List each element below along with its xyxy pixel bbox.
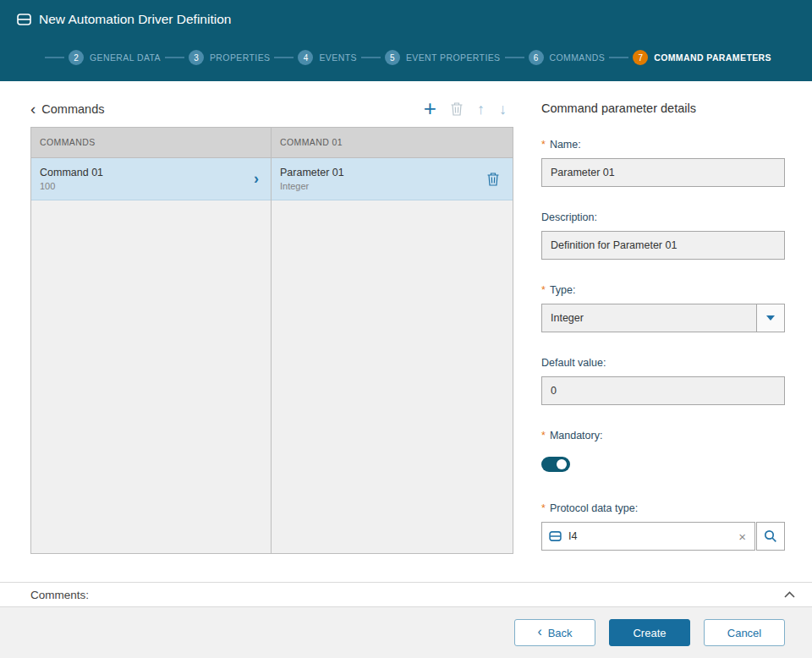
step-connector: [505, 57, 524, 58]
back-button-label: Back: [548, 627, 573, 639]
parameter-row[interactable]: Parameter 01 Integer: [272, 158, 513, 200]
description-field-group: Description:: [541, 211, 785, 260]
step-connector: [609, 57, 628, 58]
step-label: COMMANDS: [550, 52, 606, 63]
mandatory-label-text: Mandatory:: [550, 430, 603, 441]
add-button[interactable]: +: [424, 97, 436, 119]
driver-icon: [17, 14, 31, 25]
default-value-label: Default value:: [541, 357, 785, 369]
required-marker: *: [541, 502, 546, 514]
command-subtitle: 100: [40, 181, 254, 191]
toggle-knob: [557, 459, 567, 469]
step-label: EVENT PROPERTIES: [406, 52, 501, 63]
required-marker: *: [541, 139, 546, 151]
clear-icon[interactable]: ×: [737, 530, 748, 543]
name-field-group: * Name:: [541, 139, 785, 187]
step-event-properties[interactable]: 5 EVENT PROPERTIES: [357, 50, 501, 65]
step-number-badge: 4: [298, 50, 313, 65]
step-general-data[interactable]: 2 GENERAL DATA: [41, 50, 161, 65]
titlebar: New Automation Driver Definition: [0, 0, 812, 27]
command-parameter-details-panel: Command parameter details * Name: Descri…: [541, 95, 785, 575]
protocol-data-type-label: * Protocol data type:: [541, 502, 785, 514]
type-dropdown-button[interactable]: [756, 304, 784, 332]
description-label: Description:: [541, 211, 785, 223]
commands-toolbar: + ↑ ↓: [424, 100, 513, 119]
commands-table: COMMANDS Command 01 100 › COMMAND 01 Par…: [30, 127, 513, 554]
description-input[interactable]: [541, 231, 785, 260]
type-select[interactable]: Integer: [541, 304, 785, 332]
step-connector: [274, 57, 294, 58]
search-icon: [764, 529, 777, 543]
step-label: COMMAND PARAMETERS: [654, 52, 771, 63]
driver-type-icon: [549, 531, 562, 541]
step-number-badge: 5: [385, 50, 400, 65]
required-marker: *: [541, 430, 546, 441]
command-row[interactable]: Command 01 100 ›: [31, 158, 271, 200]
step-connector: [45, 57, 64, 58]
step-properties[interactable]: 3 PROPERTIES: [161, 50, 271, 65]
move-up-button[interactable]: ↑: [477, 101, 485, 117]
commands-column-header: COMMANDS: [31, 128, 271, 158]
commands-column: COMMANDS Command 01 100 ›: [31, 128, 272, 553]
parameters-column: COMMAND 01 Parameter 01 Integer: [272, 128, 513, 553]
comments-label: Comments:: [30, 589, 780, 601]
caret-down-icon: [766, 315, 775, 321]
chevron-up-icon: [784, 591, 795, 598]
mandatory-label: * Mandatory:: [541, 430, 785, 441]
collapse-comments-button[interactable]: [780, 585, 798, 604]
delete-parameter-button[interactable]: [482, 169, 504, 189]
mandatory-toggle[interactable]: [541, 457, 570, 472]
back-button[interactable]: ‹ Back: [514, 619, 595, 646]
type-field-group: * Type: Integer: [541, 284, 785, 332]
step-number-badge: 6: [529, 50, 544, 65]
command-title: Command 01: [40, 167, 254, 178]
protocol-data-type-label-text: Protocol data type:: [550, 502, 638, 514]
type-select-value: Integer: [542, 304, 756, 332]
cancel-button-label: Cancel: [727, 627, 761, 639]
step-connector: [361, 57, 381, 58]
chevron-right-icon: ›: [254, 170, 262, 188]
parameter-subtitle: Integer: [280, 181, 482, 191]
name-label: * Name:: [541, 139, 785, 151]
protocol-data-type-inputbox[interactable]: ×: [541, 522, 755, 551]
cancel-button[interactable]: Cancel: [704, 619, 785, 646]
step-number-badge: 2: [69, 50, 84, 65]
default-value-input[interactable]: [541, 376, 785, 405]
protocol-data-type-input[interactable]: [568, 530, 737, 542]
comments-section: Comments:: [0, 582, 812, 606]
delete-button[interactable]: [451, 102, 463, 116]
step-label: EVENTS: [319, 52, 356, 63]
name-label-text: Name:: [550, 139, 581, 151]
type-label-text: Type:: [550, 284, 576, 296]
create-button[interactable]: Create: [609, 619, 690, 646]
move-down-button[interactable]: ↓: [499, 101, 507, 117]
commands-back-button[interactable]: ‹ Commands: [30, 102, 104, 117]
step-connector: [165, 57, 184, 58]
commands-panel-header: ‹ Commands + ↑ ↓: [30, 95, 513, 123]
create-button-label: Create: [633, 627, 666, 639]
step-commands[interactable]: 6 COMMANDS: [501, 50, 606, 65]
parameters-column-header: COMMAND 01: [272, 128, 513, 158]
step-events[interactable]: 4 EVENTS: [270, 50, 356, 65]
step-number-badge: 3: [189, 50, 204, 65]
step-number-badge: 7: [633, 50, 648, 65]
step-label: PROPERTIES: [210, 52, 271, 63]
parameter-title: Parameter 01: [280, 167, 482, 178]
chevron-left-icon: ‹: [30, 101, 36, 117]
chevron-left-icon: ‹: [537, 625, 541, 639]
protocol-data-type-field-group: * Protocol data type: ×: [541, 502, 785, 551]
step-command-parameters[interactable]: 7 COMMAND PARAMETERS: [605, 50, 771, 65]
type-label: * Type:: [541, 284, 785, 296]
name-input[interactable]: [541, 158, 785, 187]
dialog-footer: ‹ Back Create Cancel: [0, 606, 812, 658]
mandatory-field-group: * Mandatory:: [541, 430, 785, 472]
details-panel-title: Command parameter details: [541, 95, 785, 115]
commands-heading: Commands: [41, 102, 104, 116]
parameter-row-text: Parameter 01 Integer: [280, 167, 482, 191]
step-label: GENERAL DATA: [90, 52, 161, 63]
search-button[interactable]: [756, 522, 785, 551]
wizard-stepper: 2 GENERAL DATA 3 PROPERTIES 4 EVENTS 5 E…: [41, 50, 771, 65]
required-marker: *: [541, 284, 546, 296]
default-value-field-group: Default value:: [541, 357, 785, 405]
window-title: New Automation Driver Definition: [39, 12, 231, 27]
